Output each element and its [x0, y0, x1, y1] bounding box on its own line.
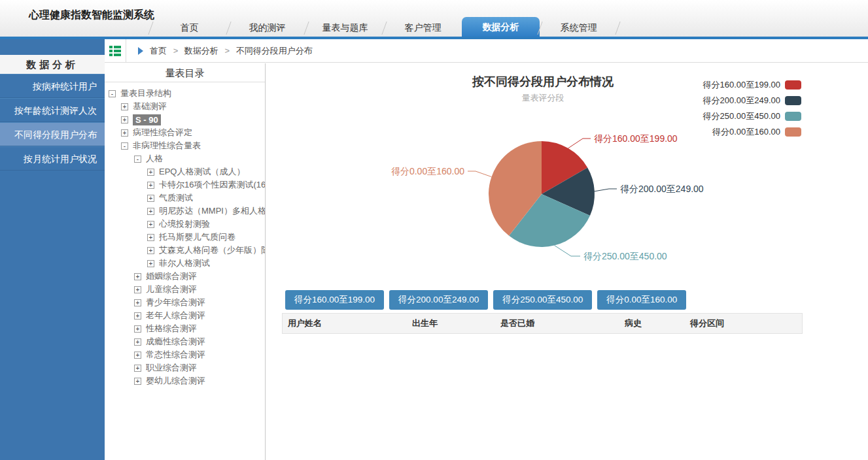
column-header-score-range: 得分区间 — [685, 314, 802, 333]
tree-node[interactable]: +基础测评 — [105, 100, 265, 113]
expand-icon[interactable]: + — [134, 378, 141, 385]
expand-icon[interactable]: + — [147, 208, 154, 215]
app-header: 心理健康指数智能监测系统 首页 我的测评 量表与题库 客户管理 数据分析 系统管… — [0, 0, 868, 37]
expand-icon[interactable]: + — [134, 286, 141, 293]
breadcrumb-separator: > — [173, 46, 179, 56]
collapse-icon[interactable]: - — [134, 156, 141, 163]
user-table: 用户姓名 出生年 是否已婚 病史 得分区间 — [282, 313, 803, 334]
tab-scales-question-bank[interactable]: 量表与题库 — [306, 18, 384, 37]
expand-icon[interactable]: + — [147, 195, 154, 202]
expand-icon[interactable]: + — [134, 299, 141, 306]
scale-directory-panel: 量表目录 -量表目录结构 +基础测评 +S - 90 +病理性综合评定 -非病理… — [105, 63, 266, 460]
breadcrumb-arrow-icon — [138, 47, 143, 55]
expand-icon[interactable]: + — [134, 365, 141, 372]
tab-data-analysis[interactable]: 数据分析 — [462, 17, 540, 37]
label-connector — [468, 171, 491, 177]
scale-tree: -量表目录结构 +基础测评 +S - 90 +病理性综合评定 -非病理性综合量表… — [105, 82, 265, 387]
tree-node[interactable]: +青少年综合测评 — [105, 296, 265, 309]
expand-icon[interactable]: + — [147, 221, 154, 228]
sidebar-item-score-distribution[interactable]: 不同得分段用户分布 — [0, 122, 105, 146]
expand-icon[interactable]: + — [147, 169, 154, 176]
tab-system-management[interactable]: 系统管理 — [540, 18, 617, 37]
expand-icon[interactable]: + — [134, 338, 141, 346]
tab-home[interactable]: 首页 — [150, 18, 228, 37]
tree-panel-title: 量表目录 — [105, 63, 265, 82]
tree-node[interactable]: +成瘾性综合测评 — [105, 335, 265, 348]
breadcrumb-bar: 首页 > 数据分析 > 不同得分段用户分布 — [105, 39, 868, 63]
tree-node[interactable]: +常态性综合测评 — [105, 348, 265, 361]
tree-node[interactable]: +卡特尔16项个性因素测试(16PF) — [105, 178, 265, 191]
tab-customer-management[interactable]: 客户管理 — [384, 18, 462, 37]
collapse-icon[interactable]: - — [109, 90, 116, 97]
expand-icon[interactable]: + — [134, 325, 141, 333]
list-icon — [109, 46, 121, 56]
tab-my-assessments[interactable]: 我的测评 — [228, 18, 306, 37]
tree-node[interactable]: +儿童综合测评 — [105, 283, 265, 296]
collapse-icon[interactable]: - — [121, 142, 128, 150]
expand-icon[interactable]: + — [134, 273, 141, 280]
filter-button-0-160[interactable]: 得分0.00至160.00 — [597, 290, 686, 310]
tree-node[interactable]: +艾森克人格问卷（少年版）陈仲 — [105, 244, 265, 257]
expand-icon[interactable]: + — [121, 129, 128, 137]
tree-node[interactable]: -量表目录结构 — [105, 87, 265, 100]
sidebar-item-by-disease[interactable]: 按病种统计用户 — [0, 74, 105, 98]
expand-icon[interactable]: + — [147, 234, 154, 241]
breadcrumb: 首页 > 数据分析 > 不同得分段用户分布 — [150, 45, 313, 57]
tree-node[interactable]: +托马斯婴儿气质问卷 — [105, 231, 265, 244]
sidebar-title: 数据分析 — [0, 55, 105, 74]
column-header-married: 是否已婚 — [495, 314, 619, 333]
breadcrumb-home[interactable]: 首页 — [150, 46, 167, 56]
column-header-medical-history: 病史 — [619, 314, 685, 333]
expand-icon[interactable]: + — [121, 116, 128, 123]
tree-node[interactable]: +心境投射测验 — [105, 218, 265, 231]
filter-button-200-249[interactable]: 得分200.00至249.00 — [389, 290, 488, 310]
column-header-username: 用户姓名 — [283, 314, 407, 333]
tree-node[interactable]: +EPQ人格测试（成人） — [105, 165, 265, 178]
sidebar: 数据分析 按病种统计用户 按年龄统计测评人次 不同得分段用户分布 按月统计用户状… — [0, 39, 105, 460]
tree-node[interactable]: -非病理性综合量表 — [105, 139, 265, 152]
sidebar-item-by-age[interactable]: 按年龄统计测评人次 — [0, 98, 105, 122]
label-connector — [595, 189, 617, 191]
expand-icon[interactable]: + — [147, 247, 154, 254]
expand-icon[interactable]: + — [147, 182, 154, 189]
menu-toggle-button[interactable] — [105, 39, 126, 62]
label-connector — [555, 246, 580, 256]
tree-node[interactable]: +气质测试 — [105, 191, 265, 205]
chart-area: 按不同得分段用户分布情况 量表评分段 得分160.00至199.00 得分200… — [266, 63, 868, 460]
breadcrumb-separator: > — [224, 46, 230, 56]
score-filter-buttons: 得分160.00至199.00 得分200.00至249.00 得分250.00… — [285, 290, 686, 310]
expand-icon[interactable]: + — [147, 260, 154, 267]
tree-node-selected[interactable]: +S - 90 — [105, 113, 265, 126]
tree-node[interactable]: +病理性综合评定 — [105, 126, 265, 139]
breadcrumb-data-analysis[interactable]: 数据分析 — [184, 46, 218, 56]
tree-node[interactable]: +婴幼儿综合测评 — [105, 374, 265, 387]
breadcrumb-current: 不同得分段用户分布 — [236, 46, 313, 56]
tree-node[interactable]: +明尼苏达（MMPI）多相人格测试 — [105, 205, 265, 218]
tree-node[interactable]: +婚姻综合测评 — [105, 270, 265, 283]
tree-node[interactable]: -人格 — [105, 152, 265, 165]
label-connector — [568, 139, 591, 148]
slice-label: 得分0.00至160.00 — [391, 166, 464, 176]
expand-icon[interactable]: + — [121, 103, 128, 110]
expand-icon[interactable]: + — [134, 352, 141, 359]
main-nav: 首页 我的测评 量表与题库 客户管理 数据分析 系统管理 — [150, 18, 618, 37]
tree-node[interactable]: +职业综合测评 — [105, 361, 265, 374]
filter-button-160-199[interactable]: 得分160.00至199.00 — [285, 290, 384, 310]
app-title: 心理健康指数智能监测系统 — [29, 8, 154, 22]
tree-node[interactable]: +菲尔人格测试 — [105, 257, 265, 270]
slice-label: 得分160.00至199.00 — [594, 133, 678, 144]
pie-chart: 得分160.00至199.00 得分200.00至249.00 得分250.00… — [282, 73, 812, 288]
expand-icon[interactable]: + — [134, 312, 141, 320]
tree-node[interactable]: +老年人综合测评 — [105, 309, 265, 322]
slice-label: 得分250.00至450.00 — [583, 251, 667, 261]
slice-label: 得分200.00至249.00 — [620, 184, 704, 194]
app-window: 心理健康指数智能监测系统 首页 我的测评 量表与题库 客户管理 数据分析 系统管… — [0, 0, 868, 460]
sidebar-item-monthly-status[interactable]: 按月统计用户状况 — [0, 146, 105, 171]
tree-node[interactable]: +性格综合测评 — [105, 322, 265, 335]
column-header-birth-year: 出生年 — [407, 314, 495, 333]
table-header-row: 用户姓名 出生年 是否已婚 病史 得分区间 — [282, 313, 803, 334]
filter-button-250-450[interactable]: 得分250.00至450.00 — [493, 290, 592, 310]
